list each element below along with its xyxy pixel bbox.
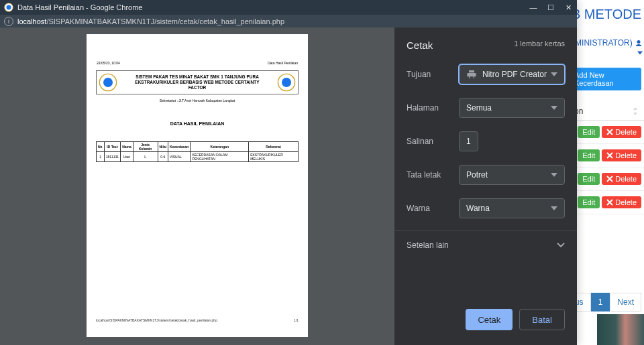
window-titlebar[interactable]: Data Hasil Penilaian - Google Chrome — ☐… (0, 0, 577, 15)
delete-button[interactable]: Delete (602, 126, 641, 138)
caret-down-icon (551, 206, 557, 210)
delete-button[interactable]: Delete (602, 173, 641, 185)
caret-down-icon (551, 173, 557, 177)
doc-header-box: SISTEM PAKAR TES MINAT BAKAT SMK 1 TANJU… (96, 70, 299, 94)
print-title: Cetak (407, 40, 433, 51)
td: L (133, 152, 158, 162)
table-row: Edit Delete (570, 191, 644, 214)
doc-section-title: DATA HASIL PENILAIAN (87, 121, 308, 126)
td: 0.6 (158, 152, 168, 162)
doc-date: 22/05/23, 10:04 (97, 61, 120, 65)
sort-icon (633, 107, 640, 115)
x-icon (606, 129, 613, 135)
caret-down-icon (637, 50, 643, 56)
print-preview-pane[interactable]: 22/05/23, 10:04 Data Hasil Penilaian SIS… (0, 27, 394, 345)
url-path: /SISPAKMINATBAKATSMKN1TJ/sistem/cetak/ce… (46, 17, 284, 25)
background-title: B METODE (570, 0, 644, 25)
school-logo-icon (99, 73, 117, 92)
favicon-icon (4, 3, 13, 12)
delete-button[interactable]: Delete (602, 149, 641, 161)
copies-input[interactable]: 1 (459, 131, 478, 151)
print-panel: Cetak 1 lembar kertas Tujuan Nitro PDF C… (394, 27, 577, 345)
window-close-button[interactable]: ✕ (559, 3, 577, 12)
table-row: Edit Delete (570, 121, 644, 144)
edit-button[interactable]: Edit (578, 149, 600, 161)
background-photo (597, 314, 644, 345)
more-settings-toggle[interactable]: Setelan lain (394, 230, 577, 259)
doc-foot-right: 1/1 (294, 318, 299, 322)
th: Keterangan (191, 142, 249, 152)
destination-select[interactable]: Nitro PDF Creator (459, 64, 565, 84)
th: Kecerdasan (168, 142, 191, 152)
td: User (121, 152, 133, 162)
copies-label: Salinan (407, 137, 459, 146)
destination-label: Tujuan (407, 70, 459, 79)
doc-foot-left: localhost/SISPAKMINATBAKATSMKN1TJ/sistem… (96, 318, 217, 322)
x-icon (606, 176, 613, 182)
school-logo-icon (277, 73, 296, 92)
pager-current[interactable]: 1 (591, 293, 610, 312)
cancel-button[interactable]: Batal (519, 309, 565, 330)
address-bar[interactable]: i localhost/SISPAKMINATBAKATSMKN1TJ/sist… (0, 15, 577, 27)
chrome-window: Data Hasil Penilaian - Google Chrome — ☐… (0, 0, 577, 345)
edit-button[interactable]: Edit (578, 126, 600, 138)
td: KECERDASAN DALAM PENGLIHATAN (191, 152, 249, 162)
table-row: Edit Delete (570, 144, 644, 167)
document-page: 22/05/23, 10:04 Data Hasil Penilaian SIS… (87, 34, 308, 337)
maximize-button[interactable]: ☐ (542, 3, 559, 12)
user-icon (635, 40, 643, 48)
layout-label: Tata letak (407, 170, 459, 180)
doc-head3: FACTOR (121, 85, 273, 90)
doc-data-table: No ID Test Nama Jenis Kelamin Nilai Kece… (96, 141, 299, 162)
layout-select[interactable]: Potret (459, 165, 565, 185)
th: ID Test (104, 142, 120, 152)
th: Jenis Kelamin (133, 142, 158, 152)
print-button[interactable]: Cetak (466, 309, 513, 330)
background-app: B METODE MINISTRATOR) Add New Kecerdasan… (570, 0, 644, 345)
window-title: Data Hasil Penilaian - Google Chrome (17, 3, 525, 11)
table-row: Edit Delete (570, 167, 644, 191)
td: VISUAL (168, 152, 191, 162)
minimize-button[interactable]: — (525, 3, 542, 11)
color-label: Warna (407, 204, 459, 213)
color-select[interactable]: Warna (459, 198, 565, 218)
td: EKSTRAKURIKULER MELUKIS (249, 152, 299, 162)
svg-point-5 (103, 78, 113, 87)
pages-label: Halaman (407, 103, 459, 113)
svg-point-3 (7, 5, 11, 10)
th: Nama (121, 142, 133, 152)
background-user[interactable]: MINISTRATOR) (570, 25, 644, 61)
svg-point-7 (282, 78, 291, 87)
edit-button[interactable]: Edit (578, 196, 600, 208)
delete-button[interactable]: Delete (602, 196, 641, 208)
doc-head2: EKSTRAKURIKULER BERBASIS WEB METODE CERT… (121, 80, 273, 85)
edit-button[interactable]: Edit (578, 173, 600, 185)
th: No (97, 142, 105, 152)
pages-select[interactable]: Semua (459, 98, 565, 118)
td: 1 (97, 152, 105, 162)
x-icon (606, 199, 613, 206)
doc-top-right: Data Hasil Penilaian (268, 61, 298, 65)
add-new-button[interactable]: Add New Kecerdasan (570, 68, 641, 90)
pager-next[interactable]: Next (610, 293, 641, 312)
site-info-icon[interactable]: i (4, 17, 13, 26)
caret-down-icon (551, 106, 557, 110)
printer-icon (466, 69, 477, 80)
background-column-header[interactable]: tion (570, 90, 644, 121)
x-icon (606, 152, 613, 159)
th: Nilai (158, 142, 168, 152)
chevron-down-icon (557, 243, 565, 248)
doc-sek: Sekretariat : Jl.T.Amir Hamzah Kabupaten… (87, 98, 308, 102)
th: Referensi (249, 142, 299, 152)
caret-down-icon (551, 72, 557, 76)
url-host: localhost (17, 17, 46, 25)
td: 1811131 (104, 152, 120, 162)
doc-head1: SISTEM PAKAR TES MINAT BAKAT SMK 1 TANJU… (121, 74, 273, 80)
print-pagecount: 1 lembar kertas (514, 40, 565, 51)
